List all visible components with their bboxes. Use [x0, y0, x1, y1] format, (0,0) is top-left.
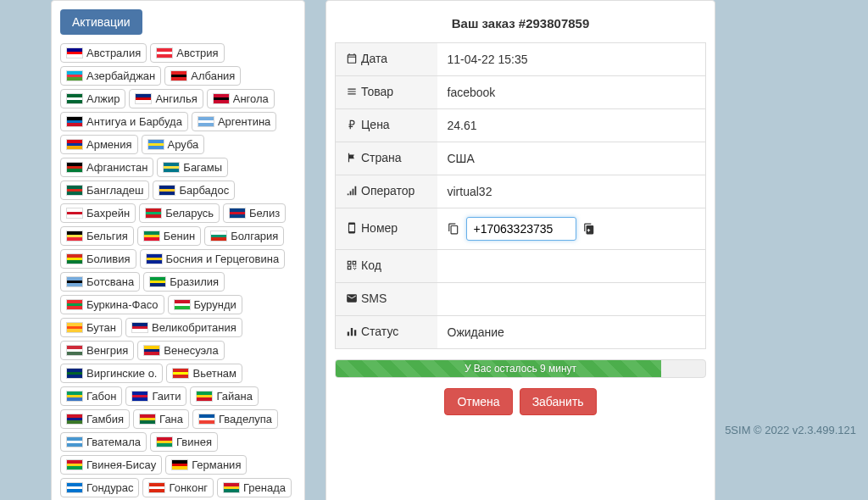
value-date: 11-04-22 15:35 [437, 43, 706, 76]
country-item[interactable]: Гвинея [150, 432, 218, 452]
country-item[interactable]: Гватемала [60, 432, 147, 452]
flag-icon [66, 139, 83, 150]
country-item[interactable]: Гамбия [60, 409, 130, 429]
flag-icon [66, 208, 83, 219]
row-operator: Оператор virtual32 [336, 175, 706, 208]
country-item[interactable]: Бенин [137, 226, 201, 246]
country-item[interactable]: Бахрейн [60, 203, 136, 223]
country-item[interactable]: Буркина-Фасо [60, 295, 164, 314]
country-label: Афганистан [86, 161, 147, 174]
country-item[interactable]: Великобритания [125, 318, 242, 337]
country-item[interactable]: Венесуэла [137, 341, 224, 360]
copy-number-button[interactable] [448, 223, 459, 235]
flag-icon [66, 391, 83, 402]
country-item[interactable]: Гваделупа [192, 409, 278, 429]
phone-number-input[interactable] [466, 217, 576, 241]
country-item[interactable]: Гвинея-Бисау [60, 455, 162, 475]
country-item[interactable]: Гайана [190, 386, 258, 406]
country-item[interactable]: Бразилия [143, 272, 225, 292]
country-item[interactable]: Гонконг [142, 478, 214, 497]
country-item[interactable]: Босния и Герцеговина [140, 249, 286, 269]
country-item[interactable]: Антигуа и Барбуда [60, 112, 188, 131]
flag-icon [66, 231, 83, 242]
country-item[interactable]: Венгрия [60, 341, 134, 360]
value-price: 24.61 [437, 109, 706, 142]
value-product: facebook [437, 76, 706, 109]
cancel-button[interactable]: Отмена [444, 388, 512, 415]
country-item[interactable]: Болгария [204, 226, 284, 246]
country-label: Алжир [86, 92, 120, 105]
flag-icon [66, 47, 83, 58]
country-item[interactable]: Гаити [125, 386, 186, 406]
country-item[interactable]: Гана [133, 409, 189, 429]
country-item[interactable]: Аруба [142, 135, 205, 154]
country-label: Азербайджан [86, 69, 155, 82]
country-item[interactable]: Ангола [207, 89, 275, 108]
envelope-icon [346, 292, 358, 304]
country-item[interactable]: Бангладеш [60, 181, 149, 200]
country-item[interactable]: Ангилья [129, 89, 203, 108]
country-label: Гамбия [86, 413, 124, 425]
row-price: Цена 24.61 [336, 109, 706, 142]
flag-icon [198, 116, 214, 127]
flag-icon [66, 482, 83, 493]
country-item[interactable]: Бельгия [60, 226, 134, 246]
flag-icon [143, 231, 160, 242]
ban-button[interactable]: Забанить [520, 388, 597, 415]
label-operator: Оператор [361, 184, 415, 197]
progress-text: У Вас осталось 9 минут [336, 360, 705, 377]
country-item[interactable]: Азербайджан [60, 66, 161, 86]
country-label: Гайана [216, 390, 252, 403]
value-sms [437, 283, 706, 316]
country-item[interactable]: Барбадос [153, 181, 235, 200]
bars-icon [346, 325, 358, 337]
order-details-table: Дата 11-04-22 15:35 Товар facebook Цена … [335, 42, 706, 349]
flag-icon [171, 459, 188, 470]
flag-icon [156, 47, 173, 58]
country-item[interactable]: Бурунди [168, 295, 242, 314]
country-label: Аруба [168, 138, 199, 151]
country-label: Вьетнам [192, 367, 236, 380]
country-item[interactable]: Австралия [60, 43, 147, 63]
country-label: Бенин [164, 230, 195, 242]
country-list: АвстралияАвстрияАзербайджанАлбанияАлжирА… [60, 43, 296, 500]
country-item[interactable]: Боливия [60, 249, 136, 269]
country-item[interactable]: Австрия [150, 43, 224, 63]
country-item[interactable]: Габон [60, 386, 122, 406]
label-status: Статус [361, 325, 398, 338]
flag-icon [135, 93, 152, 104]
flag-icon [148, 482, 165, 493]
country-label: Бурунди [194, 298, 236, 311]
flag-icon [146, 253, 163, 264]
country-item[interactable]: Вьетнам [166, 364, 242, 383]
footer-version: 5SIM © 2022 v2.3.499.121 [725, 424, 856, 436]
country-item[interactable]: Беларусь [139, 203, 220, 223]
country-item[interactable]: Аргентина [192, 112, 276, 131]
label-price: Цена [361, 118, 390, 131]
country-item[interactable]: Германия [165, 455, 247, 475]
country-item[interactable]: Армения [60, 135, 138, 154]
flag-icon [213, 93, 230, 104]
country-item[interactable]: Бутан [60, 318, 122, 337]
country-label: Босния и Герцеговина [166, 253, 280, 265]
copy-plus-button[interactable] [583, 223, 595, 235]
country-item[interactable]: Гондурас [60, 478, 139, 497]
flag-icon [145, 208, 162, 219]
country-label: Буркина-Фасо [86, 298, 159, 311]
value-operator: virtual32 [437, 175, 706, 208]
country-item[interactable]: Афганистан [60, 158, 153, 177]
flag-icon [159, 185, 175, 196]
flag-icon [147, 139, 164, 150]
progress-bar: У Вас осталось 9 минут [335, 359, 706, 378]
flag-icon [66, 436, 83, 447]
country-item[interactable]: Багамы [157, 158, 228, 177]
country-item[interactable]: Алжир [60, 89, 125, 108]
country-item[interactable]: Гренада [217, 478, 292, 497]
country-label: Гонконг [169, 481, 208, 494]
tab-activations[interactable]: Активации [60, 9, 142, 35]
order-title: Ваш заказ #293807859 [335, 16, 706, 31]
country-item[interactable]: Виргинские о. [60, 364, 163, 383]
country-item[interactable]: Ботсвана [60, 272, 140, 292]
country-item[interactable]: Албания [164, 66, 241, 86]
country-item[interactable]: Белиз [223, 203, 286, 223]
